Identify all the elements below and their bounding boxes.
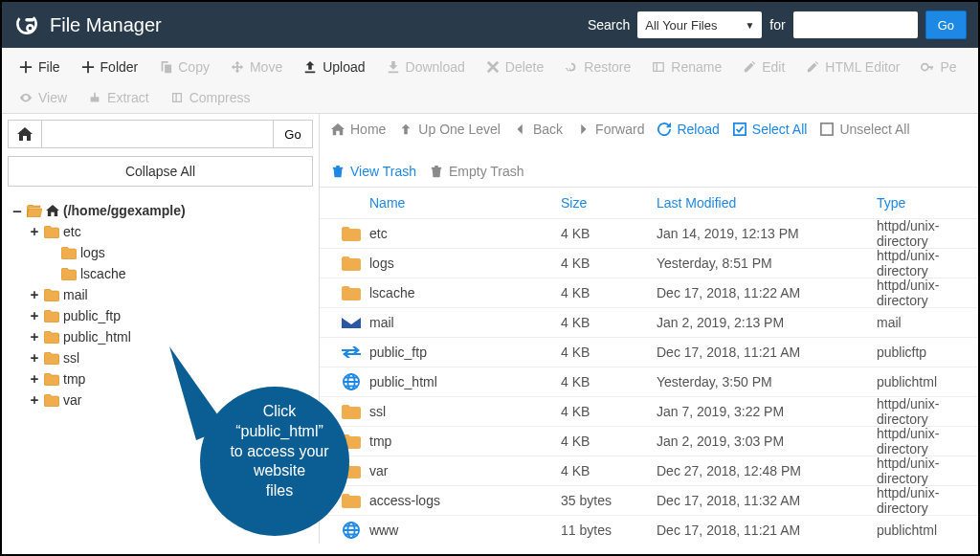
table-row[interactable]: var4 KBDec 27, 2018, 12:48 PMhttpd/unix-… [320,456,978,486]
cell-type: httpd/unix-directory [877,248,965,278]
folder-icon [333,433,369,450]
tree-root[interactable]: – (/home/ggexample) [8,200,313,221]
table-row[interactable]: public_ftp4 KBDec 17, 2018, 11:21 AMpubl… [320,338,978,367]
nav-back-button[interactable]: Back [514,122,563,137]
table-row[interactable]: tmp4 KBJan 2, 2019, 3:03 PMhttpd/unix-di… [320,427,978,456]
compress-button[interactable]: Compress [161,84,260,111]
unselect-all-button[interactable]: Unselect All [820,122,909,137]
search-input[interactable] [793,11,918,38]
cell-type: mail [877,315,965,330]
delete-button[interactable]: Delete [477,54,553,80]
tree-item-public_html[interactable]: +public_html [8,326,313,347]
table-row[interactable]: lscache4 KBDec 17, 2018, 11:22 AMhttpd/u… [320,278,978,308]
tree-root-label: (/home/ggexample) [63,203,186,218]
tree-item-lscache[interactable]: lscache [8,263,313,284]
view-trash-button[interactable]: View Trash [331,164,416,179]
restore-label: Restore [584,59,631,75]
cell-modified: Dec 17, 2018, 11:21 AM [657,523,877,538]
col-size-header[interactable]: Size [561,195,657,211]
tree-item-public_ftp[interactable]: +public_ftp [8,305,313,326]
folder-icon [333,492,369,509]
mail-icon [333,314,369,331]
view-label: View [38,90,67,105]
cell-modified: Jan 2, 2019, 2:13 PM [657,315,877,330]
nav-reload-button[interactable]: Reload [657,122,719,137]
col-mod-header[interactable]: Last Modified [657,195,877,211]
tree-item-var[interactable]: +var [8,389,313,411]
cell-size: 4 KB [561,226,657,241]
expand-icon: + [29,308,40,323]
new-file-button[interactable]: File [10,54,70,80]
cell-modified: Yesterday, 3:50 PM [657,374,877,389]
nav-up-button[interactable]: Up One Level [399,122,501,137]
edit-button[interactable]: Edit [733,54,794,80]
header-search: Search All Your Files ▼ for Go [588,11,967,39]
nav-forward-button[interactable]: Forward [576,122,644,137]
extract-button[interactable]: Extract [78,84,159,111]
permissions-button[interactable]: Pe [911,54,966,80]
cell-type: httpd/unix-directory [877,278,965,308]
empty-trash-button[interactable]: Empty Trash [430,164,524,179]
search-go-button[interactable]: Go [925,11,967,39]
cell-name: ssl [369,404,561,419]
tree-item-label: etc [63,224,81,239]
expand-icon: + [29,287,40,302]
table-row[interactable]: public_html4 KBYesterday, 3:50 PMpublich… [320,367,978,397]
upload-button[interactable]: Upload [294,54,374,80]
collapse-all-button[interactable]: Collapse All [8,156,313,187]
tree-item-label: mail [63,287,88,302]
cell-type: httpd/unix-directory [877,426,965,456]
delete-label: Delete [505,59,544,75]
expand-icon: + [29,350,40,366]
tree-item-label: lscache [80,266,125,281]
download-button[interactable]: Download [377,54,475,80]
table-row[interactable]: mail4 KBJan 2, 2019, 2:13 PMmail [320,308,978,338]
move-button[interactable]: Move [221,54,292,80]
col-name-header[interactable]: Name [369,195,561,211]
table-row[interactable]: ssl4 KBJan 7, 2019, 3:22 PMhttpd/unix-di… [320,397,978,427]
cell-name: www [369,523,561,538]
arrow-left-icon [514,122,527,136]
cell-name: access-logs [369,493,561,508]
view-button[interactable]: View [10,84,77,111]
table-row[interactable]: logs4 KBYesterday, 8:51 PMhttpd/unix-dir… [320,249,978,278]
table-row[interactable]: etc4 KBJan 14, 2019, 12:13 PMhttpd/unix-… [320,219,978,249]
cell-modified: Jan 7, 2019, 3:22 PM [657,404,877,419]
search-for-label: for [769,17,785,33]
new-folder-button[interactable]: Folder [72,54,148,80]
cell-name: var [369,463,561,478]
rename-button[interactable]: Rename [642,54,731,80]
copy-button[interactable]: Copy [149,54,219,80]
search-scope-select[interactable]: All Your Files ▼ [637,11,762,38]
cell-type: httpd/unix-directory [877,456,965,486]
cell-type: httpd/unix-directory [877,396,965,427]
tree-item-mail[interactable]: +mail [8,284,313,305]
path-home-button[interactable] [8,120,42,148]
reload-icon [657,122,671,136]
logo-wrap: File Manager [13,11,162,40]
new-file-label: File [38,59,60,75]
table-row[interactable]: www11 bytesDec 17, 2018, 11:21 AMpublich… [320,516,978,544]
cell-name: lscache [369,285,561,300]
col-type-header[interactable]: Type [877,195,965,211]
cell-name: public_ftp [369,345,561,360]
restore-button[interactable]: Restore [555,54,640,80]
html-editor-label: HTML Editor [825,59,900,75]
home-icon [17,127,33,141]
select-all-button[interactable]: Select All [733,122,808,137]
cell-modified: Dec 17, 2018, 11:21 AM [657,345,877,360]
nav-home-button[interactable]: Home [331,122,386,137]
path-go-button[interactable]: Go [273,120,313,148]
checkbox-empty-icon [820,122,834,136]
path-input[interactable] [42,120,273,148]
cell-name: logs [369,256,561,271]
table-row[interactable]: access-logs35 bytesDec 17, 2018, 11:32 A… [320,486,978,516]
tree-item-logs[interactable]: logs [8,242,313,263]
collapse-icon: – [11,203,23,218]
cell-size: 4 KB [561,345,657,360]
main-toolbar: File Folder Copy Move Upload Download De… [2,48,978,114]
tree-item-etc[interactable]: +etc [8,221,313,242]
tree-item-ssl[interactable]: +ssl [8,347,313,368]
tree-item-tmp[interactable]: +tmp [8,368,313,389]
html-editor-button[interactable]: HTML Editor [796,54,909,80]
